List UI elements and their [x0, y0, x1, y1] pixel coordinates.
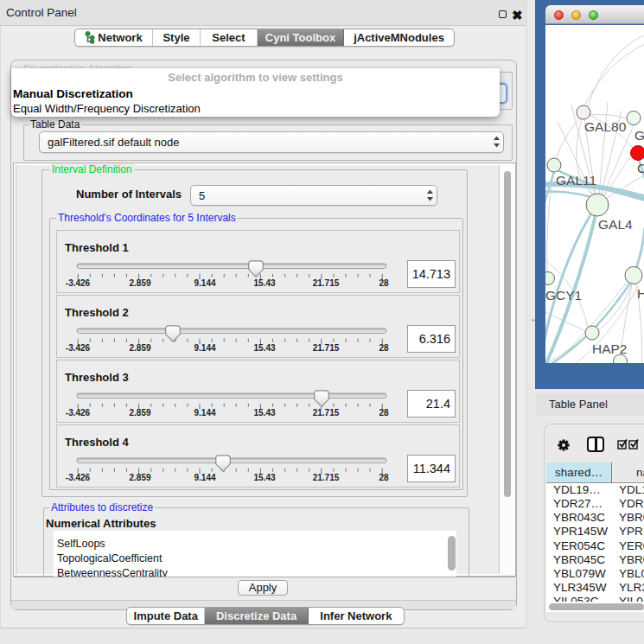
svg-text:GCY1: GCY1	[545, 288, 582, 303]
svg-text:GAL11: GAL11	[556, 173, 596, 188]
svg-text:GA: GA	[634, 128, 644, 143]
svg-text:GAL80: GAL80	[584, 119, 627, 134]
svg-text:GAL4: GAL4	[598, 217, 633, 232]
svg-text:C: C	[637, 161, 644, 175]
svg-text:H: H	[637, 286, 644, 301]
svg-text:HAP2: HAP2	[592, 341, 628, 356]
